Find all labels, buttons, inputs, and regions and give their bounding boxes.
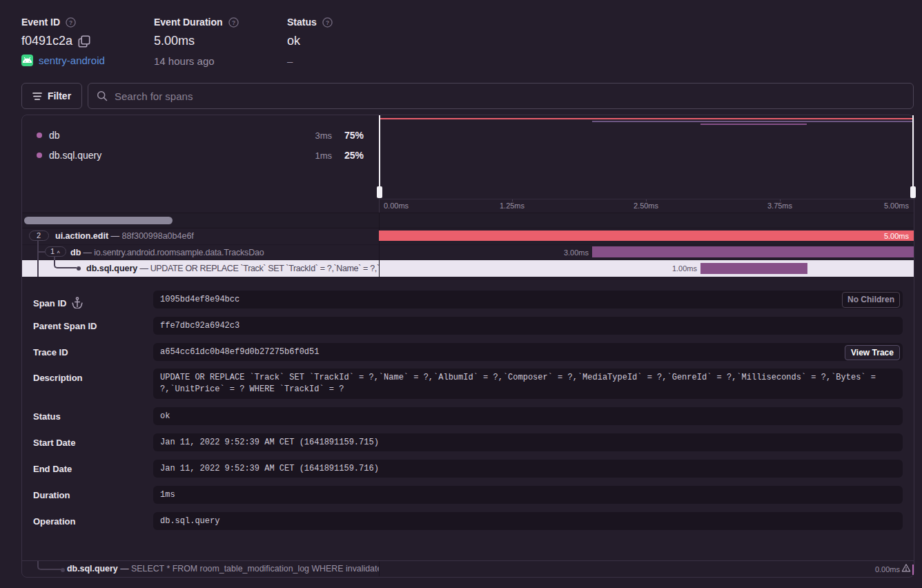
svg-text:?: ?: [69, 19, 72, 26]
svg-text:?: ?: [232, 19, 235, 26]
svg-text:?: ?: [326, 19, 329, 26]
